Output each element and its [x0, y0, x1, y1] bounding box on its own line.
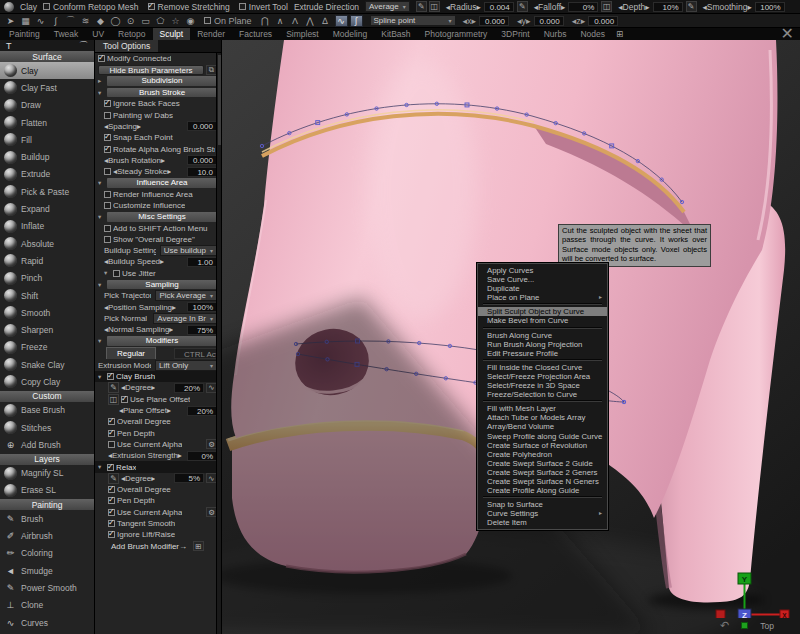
sidebar-tool-item[interactable]: Erase SL [0, 482, 94, 499]
sidebar-tool-item[interactable]: Fill [0, 131, 94, 148]
tool-option-row[interactable]: ▸ Subdivision [95, 76, 221, 87]
toolbar-checkbox-item[interactable]: Invert Tool [239, 2, 288, 12]
profile-b-icon[interactable]: Λ [289, 15, 302, 27]
context-menu-item[interactable]: Array/Bend Volume [478, 422, 607, 431]
sidebar-tool-item[interactable]: Inflate [0, 218, 94, 235]
tool-option-row[interactable]: ◂Spacing▸ 0.000 [95, 121, 221, 132]
sidebar-tool-item[interactable]: ✎ Brush [0, 510, 94, 527]
dropdown[interactable]: Pick Average▾ [155, 290, 217, 301]
room-tab[interactable]: Factures [232, 28, 279, 40]
context-menu-item[interactable]: Fill with Mesh Layer [478, 404, 607, 413]
sidebar-tool-item[interactable]: ⊥ Clone [0, 597, 94, 614]
context-menu-item[interactable] [483, 327, 602, 329]
spline-point-select[interactable]: Spline point▾ [370, 15, 456, 26]
checkbox[interactable] [104, 168, 111, 175]
axis-stepper[interactable]: ◂y▸ [517, 16, 531, 26]
checkbox[interactable] [113, 270, 120, 277]
context-menu-item[interactable] [483, 359, 602, 361]
room-tab[interactable]: Painting [2, 28, 47, 40]
context-menu-item[interactable]: Make Bevel from Curve [478, 316, 607, 325]
pressure-lock-icon[interactable]: ◫ [429, 1, 440, 12]
checkbox[interactable] [104, 100, 111, 107]
tool-option-row[interactable]: ✎ ◂Degree▸ 5% ∿ [95, 473, 221, 484]
checkbox[interactable] [104, 202, 111, 209]
context-menu-item[interactable]: Brush Along Curve [478, 331, 607, 340]
circle-icon[interactable]: ⊙ [124, 15, 137, 27]
tool-option-row[interactable]: ◂Buildup Speed▸ 1.00 [95, 256, 221, 267]
select-cursor-icon[interactable]: ➤ [4, 15, 17, 27]
tool-option-row[interactable]: Pick Trajectory Pick Average▾ [95, 290, 221, 301]
tab-ctrl-action[interactable]: CTRL Action [174, 348, 222, 359]
checkbox[interactable] [104, 191, 111, 198]
sidebar-tool-item[interactable]: ∿ Curves [0, 614, 94, 631]
sidebar-tool-item[interactable]: Rapid [0, 252, 94, 269]
section-header[interactable]: Sampling [107, 280, 217, 290]
checkbox[interactable] [148, 3, 155, 10]
sidebar-tool-item[interactable]: ✐ Airbrush [0, 527, 94, 544]
lock-icon[interactable]: ◫ [108, 394, 119, 405]
sidebar-tool-item[interactable]: Buildup [0, 148, 94, 165]
expand-arrow-icon[interactable]: ▸ [98, 77, 105, 85]
checkbox[interactable] [108, 520, 115, 527]
section-header[interactable]: Misc Settings [107, 212, 217, 222]
coordinate-value[interactable]: 0.000 [534, 16, 564, 26]
freehand-curve-icon[interactable]: ∿ [34, 15, 47, 27]
tab-tool-options[interactable]: Tool Options [95, 40, 158, 52]
sidebar-tool-item[interactable]: Shift [0, 287, 94, 304]
profile-c-icon[interactable]: ⋀ [304, 15, 317, 27]
tool-option-row[interactable]: ▾ Use Jitter [95, 268, 221, 279]
param-value[interactable]: 10% [653, 2, 683, 12]
param-label[interactable]: ◂Smoothing▸ [703, 2, 752, 12]
sidebar-tool-item[interactable]: Freeze [0, 339, 94, 356]
context-menu-item[interactable] [483, 496, 602, 498]
param-value[interactable]: 0% [568, 2, 598, 12]
context-menu-item[interactable]: Edit Pressure Profile [478, 349, 607, 358]
tool-option-row[interactable]: Regular CTRL Action [95, 347, 221, 360]
axis-stepper[interactable]: ◂x▸ [463, 16, 477, 26]
tool-option-row[interactable]: Show "Overall Degree" [95, 234, 221, 245]
spiral-icon[interactable]: ◉ [184, 15, 197, 27]
undo-arrow-icon[interactable]: ↶ [720, 619, 729, 632]
sidebar-tool-item[interactable]: Snake Clay [0, 356, 94, 373]
checkbox[interactable] [108, 509, 115, 516]
context-menu-item[interactable]: Create Swept Surface 2 Geners [478, 468, 607, 477]
tool-option-row[interactable]: Use Current Alpha ⚙ [95, 439, 221, 450]
sidebar-tool-item[interactable]: Magnify SL [0, 465, 94, 482]
tool-option-row[interactable]: ◫ Use Plane Offset [95, 394, 221, 405]
profile-tube-icon[interactable]: ⋂ [259, 15, 272, 27]
view-cube-icon[interactable] [741, 622, 748, 629]
value-field[interactable]: 1.00 [187, 257, 217, 267]
plus-icon[interactable]: ⊞ [193, 541, 204, 551]
checkbox[interactable] [104, 134, 111, 141]
wave-curve-icon[interactable]: ≋ [79, 15, 92, 27]
checkbox[interactable] [104, 112, 111, 119]
context-menu-item[interactable]: Duplicate [478, 284, 607, 293]
checkbox[interactable] [104, 146, 111, 153]
profile-d-icon[interactable]: ∆ [319, 15, 332, 27]
close-icon[interactable]: ✕ [775, 28, 800, 40]
value-field[interactable]: 20% [174, 383, 204, 393]
dropdown[interactable]: Lift Only▾ [155, 360, 217, 371]
param-label[interactable]: ◂Falloff▸ [534, 2, 566, 12]
param-label[interactable]: ◂Depth▸ [618, 2, 649, 12]
checkbox[interactable] [98, 55, 105, 62]
context-menu-item[interactable]: Create Surface of Revolution [478, 441, 607, 450]
checkbox[interactable] [43, 3, 50, 10]
context-menu-item[interactable]: Select/Freeze Projection Area [478, 372, 607, 381]
tool-option-row[interactable]: Snap Each Point [95, 132, 221, 143]
room-tab[interactable]: Photogrammetry [418, 28, 495, 40]
sweep-profile-icon[interactable]: ∿ [335, 15, 348, 27]
checkbox[interactable] [107, 373, 114, 380]
profile-a-icon[interactable]: ∧ [274, 15, 287, 27]
tool-option-row[interactable]: Customize Influence [95, 200, 221, 211]
sidebar-tool-item[interactable]: Clay Fast [0, 79, 94, 96]
tool-option-row[interactable]: ◂Normal Sampling▸ 75% [95, 324, 221, 335]
tool-option-row[interactable]: Ignore Back Faces [95, 98, 221, 109]
panel-button[interactable]: Hide Brush Parameters [98, 65, 204, 76]
tool-option-row[interactable]: Overall Degree [95, 484, 221, 495]
param-value[interactable]: 0.004 [484, 2, 514, 12]
context-menu-item[interactable]: Save Curve... [478, 275, 607, 284]
tool-option-row[interactable]: Pen Depth [95, 495, 221, 506]
tool-option-row[interactable]: ▾ Misc Settings [95, 211, 221, 222]
expand-arrow-icon[interactable]: ▾ [98, 281, 105, 289]
